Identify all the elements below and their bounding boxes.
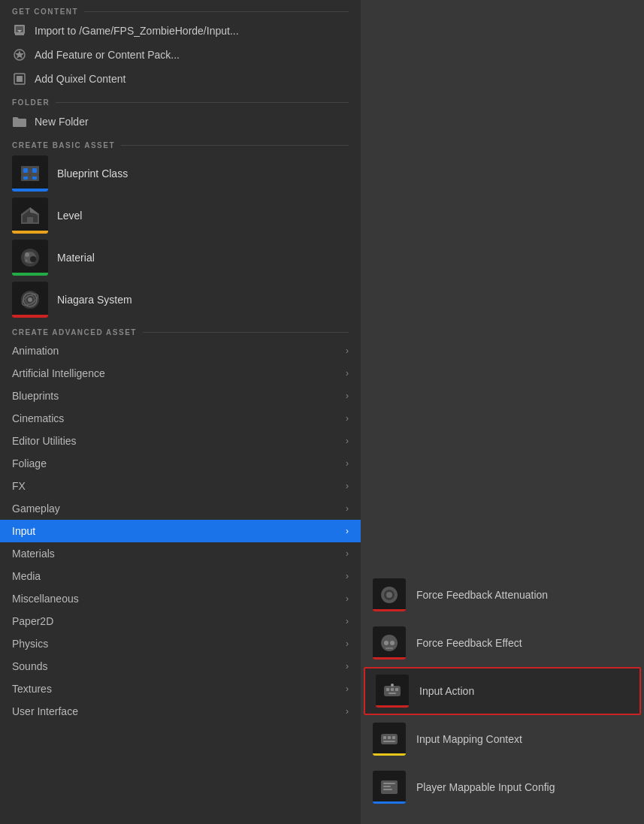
advanced-item-user-interface[interactable]: User Interface › — [0, 700, 361, 723]
niagara-label: Niagara System — [57, 294, 132, 306]
advanced-item-input[interactable]: Input › — [0, 520, 361, 542]
advanced-item-miscellaneous[interactable]: Miscellaneous › — [0, 587, 361, 610]
force-feedback-effect-label: Force Feedback Effect — [416, 637, 522, 649]
right-item-player-mappable-input-config[interactable]: Player Mappable Input Config — [361, 763, 644, 811]
svg-rect-14 — [23, 177, 28, 180]
advanced-item-label: Input — [12, 525, 35, 537]
chevron-icon: › — [346, 593, 349, 604]
advanced-item-fx[interactable]: FX › — [0, 475, 361, 497]
svg-point-24 — [25, 259, 28, 262]
chevron-icon: › — [346, 391, 349, 401]
advanced-item-gameplay[interactable]: Gameplay › — [0, 497, 361, 520]
svg-rect-3 — [15, 34, 24, 35]
chevron-icon: › — [346, 684, 349, 694]
advanced-item-label: Blueprints — [12, 390, 59, 402]
advanced-item-foliage[interactable]: Foliage › — [0, 452, 361, 475]
advanced-item-label: FX — [12, 480, 26, 492]
right-items-list: Force Feedback Attenuation Force Feedbac… — [361, 0, 644, 811]
quixel-item[interactable]: Add Quixel Content — [0, 67, 361, 91]
level-label: Level — [57, 210, 82, 222]
input-action-icon — [376, 675, 409, 708]
svg-rect-15 — [32, 177, 37, 180]
input-mapping-context-label: Input Mapping Context — [416, 733, 522, 745]
svg-rect-36 — [385, 647, 393, 649]
right-item-input-action[interactable]: Input Action — [364, 667, 641, 715]
feature-item[interactable]: Add Feature or Content Pack... — [0, 43, 361, 67]
right-item-force-feedback-effect[interactable]: Force Feedback Effect — [361, 619, 644, 667]
import-item[interactable]: Import to /Game/FPS_ZombieHorde/Input... — [0, 19, 361, 43]
svg-rect-39 — [391, 688, 394, 691]
chevron-icon: › — [346, 436, 349, 446]
advanced-item-label: Physics — [12, 638, 48, 650]
material-item[interactable]: Material — [0, 237, 361, 279]
advanced-item-label: Foliage — [12, 457, 47, 469]
advanced-item-media[interactable]: Media › — [0, 565, 361, 587]
svg-rect-47 — [383, 741, 395, 742]
feature-icon — [12, 47, 27, 62]
advanced-item-blueprints[interactable]: Blueprints › — [0, 385, 361, 407]
new-folder-item[interactable]: New Folder — [0, 110, 361, 134]
new-folder-label: New Folder — [35, 116, 89, 128]
advanced-item-sounds[interactable]: Sounds › — [0, 655, 361, 678]
blueprint-label: Blueprint Class — [57, 168, 128, 180]
advanced-item-textures[interactable]: Textures › — [0, 678, 361, 700]
advanced-item-label: Miscellaneous — [12, 593, 79, 605]
advanced-item-cinematics[interactable]: Cinematics › — [0, 407, 361, 430]
svg-point-32 — [386, 592, 392, 598]
material-icon — [12, 240, 48, 276]
chevron-icon: › — [346, 616, 349, 626]
quixel-label: Add Quixel Content — [35, 73, 125, 85]
chevron-icon: › — [346, 706, 349, 717]
advanced-item-label: Textures — [12, 683, 52, 695]
level-icon — [12, 198, 48, 234]
advanced-item-materials[interactable]: Materials › — [0, 542, 361, 565]
svg-rect-34 — [384, 641, 389, 645]
right-item-force-feedback-attenuation[interactable]: Force Feedback Attenuation — [361, 571, 644, 619]
blueprint-icon — [12, 155, 48, 192]
left-panel: GET CONTENT Import to /Game/FPS_ZombieHo… — [0, 0, 361, 824]
force-feedback-effect-icon — [373, 626, 406, 660]
svg-rect-51 — [383, 789, 392, 790]
svg-rect-13 — [32, 168, 37, 173]
quixel-icon — [12, 71, 27, 86]
chevron-icon: › — [346, 571, 349, 581]
advanced-item-label: Animation — [12, 345, 59, 357]
input-action-label: Input Action — [419, 685, 474, 697]
svg-point-42 — [391, 684, 394, 687]
advanced-item-animation[interactable]: Animation › — [0, 340, 361, 362]
chevron-icon: › — [346, 526, 349, 536]
advanced-item-editor-utilities[interactable]: Editor Utilities › — [0, 430, 361, 452]
chevron-icon: › — [346, 368, 349, 379]
svg-rect-49 — [383, 783, 395, 784]
advanced-item-ai[interactable]: Artificial Intelligence › — [0, 362, 361, 385]
advanced-item-label: Paper2D — [12, 615, 53, 627]
chevron-icon: › — [346, 548, 349, 559]
chevron-icon: › — [346, 661, 349, 672]
svg-rect-35 — [390, 641, 395, 645]
right-panel: Force Feedback Attenuation Force Feedbac… — [361, 0, 644, 824]
svg-rect-45 — [388, 736, 391, 739]
level-item[interactable]: Level — [0, 195, 361, 237]
material-label: Material — [57, 252, 95, 264]
chevron-icon: › — [346, 503, 349, 514]
advanced-item-label: User Interface — [12, 705, 78, 717]
right-item-input-mapping-context[interactable]: Input Mapping Context — [361, 715, 644, 763]
advanced-item-paper2d[interactable]: Paper2D › — [0, 610, 361, 632]
section-get-content: GET CONTENT — [0, 0, 361, 19]
blueprint-class-item[interactable]: Blueprint Class — [0, 152, 361, 195]
player-mappable-input-config-label: Player Mappable Input Config — [416, 781, 555, 793]
chevron-icon: › — [346, 346, 349, 356]
svg-point-28 — [28, 297, 32, 302]
advanced-item-physics[interactable]: Physics › — [0, 632, 361, 655]
player-mappable-input-config-icon — [373, 771, 406, 804]
chevron-icon: › — [346, 458, 349, 469]
advanced-asset-list: Animation › Artificial Intelligence › Bl… — [0, 340, 361, 723]
chevron-icon: › — [346, 638, 349, 649]
folder-icon — [12, 114, 27, 129]
svg-rect-41 — [389, 693, 396, 694]
niagara-icon — [12, 282, 48, 318]
svg-point-23 — [30, 256, 36, 262]
chevron-icon: › — [346, 413, 349, 424]
chevron-icon: › — [346, 481, 349, 491]
niagara-item[interactable]: Niagara System — [0, 279, 361, 321]
